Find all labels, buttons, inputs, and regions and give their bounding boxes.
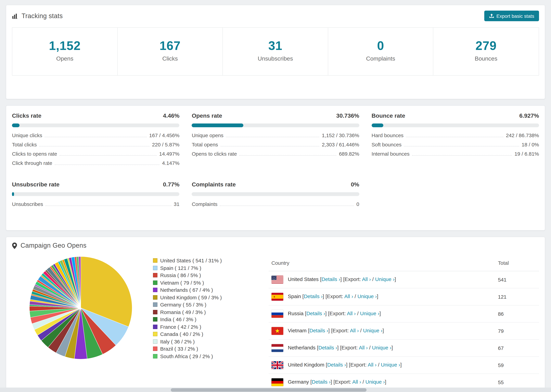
country-name: Germany: [288, 379, 311, 385]
bracket-close: ]: [379, 310, 381, 316]
dotted-leader: [406, 137, 503, 137]
dotted-leader: [45, 137, 147, 137]
rate-progress-fill: [192, 124, 243, 127]
gb-flag-icon: [271, 361, 283, 369]
legend-swatch: [153, 325, 157, 329]
country-name: United Kingdom: [288, 362, 326, 368]
export-unique-link[interactable]: Unique ›: [360, 310, 379, 316]
export-unique-link[interactable]: Unique ›: [372, 345, 391, 350]
export-label: Export:: [329, 310, 347, 316]
geo-table-header-total: Total: [495, 255, 539, 271]
country-name: Vietnam: [288, 328, 308, 333]
geo-total-cell: 59: [495, 357, 539, 374]
bracket-open: [: [311, 379, 312, 385]
dotted-leader: [55, 165, 160, 165]
rate-row-total-clicks: Total clicks220 / 5.87%: [12, 140, 179, 149]
rate-row-value: 2,303 / 61.446%: [322, 142, 359, 147]
rate-head: Unsubscribe rate0.77%: [12, 181, 179, 188]
rate-row-click-through-rate: Click through rate4.147%: [12, 158, 179, 168]
rate-head: Complaints rate0%: [192, 181, 359, 188]
rate-row-hard-bounces: Hard bounces242 / 86.738%: [372, 131, 539, 140]
export-all-link[interactable]: All ›: [347, 310, 356, 316]
country-name: Russia: [288, 310, 305, 316]
export-basic-stats-label: Export basic stats: [496, 13, 534, 19]
geo-total-cell: 86: [495, 305, 539, 322]
details-link[interactable]: Details ›: [327, 362, 346, 368]
geo-legend: United States ( 541 / 31% )Spain ( 121 /…: [153, 257, 253, 360]
legend-swatch: [153, 266, 157, 270]
rate-block-bounce-rate: Bounce rate6.927%Hard bounces242 / 86.73…: [372, 112, 539, 168]
vn-flag-icon: [271, 327, 283, 335]
legend-label: India ( 46 / 3% ): [160, 316, 197, 323]
details-link[interactable]: Details ›: [322, 276, 340, 282]
export-label: Export:: [327, 293, 345, 299]
bar-chart-icon: [12, 13, 18, 19]
details-link[interactable]: Details ›: [318, 345, 337, 350]
rate-row-soft-bounces: Soft bounces18 / 0%: [372, 140, 539, 149]
rate-progressbar: [12, 192, 179, 196]
export-all-link[interactable]: All ›: [359, 345, 368, 350]
horizontal-scrollbar[interactable]: [0, 388, 551, 392]
legend-label: Romania ( 49 / 3% ): [160, 308, 206, 316]
geo-table-row-netherlands: Netherlands [Details ›] [Export: All › /…: [269, 339, 539, 357]
legend-swatch: [153, 295, 157, 300]
stat-boxes: 1,152Opens167Clicks31Unsubscribes0Compla…: [12, 27, 539, 76]
bracket-close: ]: [391, 345, 393, 350]
export-all-link[interactable]: All ›: [362, 276, 371, 282]
export-all-link[interactable]: All ›: [352, 379, 361, 385]
dotted-leader: [220, 146, 319, 147]
geo-table: Country Total United States [Details ›] …: [269, 255, 539, 391]
export-label: Export:: [345, 276, 362, 282]
export-unique-link[interactable]: Unique ›: [381, 362, 400, 368]
export-all-link[interactable]: All ›: [368, 362, 377, 368]
legend-swatch: [153, 302, 157, 307]
legend-label: Brazil ( 33 / 2% ): [160, 345, 198, 352]
stat-value-complaints: 0: [328, 39, 433, 53]
geo-table-wrap: Country Total United States [Details ›] …: [269, 255, 539, 391]
dotted-leader: [412, 155, 512, 156]
rate-row-unique-clicks: Unique clicks167 / 4.456%: [12, 131, 179, 140]
geo-total-cell: 79: [495, 322, 539, 339]
details-link[interactable]: Details ›: [312, 379, 331, 385]
rate-row-value: 18 / 0%: [522, 142, 539, 147]
rate-block-complaints-rate: Complaints rate0%Complaints0: [192, 181, 359, 209]
geo-table-header-country: Country: [269, 255, 495, 271]
ru-flag-icon: [271, 310, 283, 318]
dotted-leader: [46, 206, 171, 206]
separator: /: [356, 310, 360, 316]
rate-row-label: Click through rate: [12, 160, 52, 166]
export-unique-link[interactable]: Unique ›: [357, 293, 377, 299]
geo-pie-chart: [28, 255, 134, 361]
stat-box-complaints: 0Complaints: [328, 28, 433, 75]
stat-box-opens: 1,152Opens: [12, 28, 118, 75]
us-flag-icon: [271, 276, 283, 284]
export-all-link[interactable]: All ›: [344, 293, 353, 299]
legend-item-brazil: Brazil ( 33 / 2% ): [153, 345, 253, 352]
rate-row-complaints: Complaints0: [192, 199, 359, 209]
separator: /: [361, 379, 366, 385]
rate-row-value: 167 / 4.456%: [149, 132, 179, 138]
legend-item-italy: Italy ( 36 / 2% ): [153, 338, 253, 345]
de-flag-icon: [271, 378, 283, 386]
legend-item-united-states: United States ( 541 / 31% ): [153, 257, 253, 264]
legend-swatch: [153, 259, 157, 263]
export-all-link[interactable]: All ›: [350, 328, 359, 333]
details-link[interactable]: Details ›: [306, 310, 325, 316]
legend-swatch: [153, 280, 157, 285]
geo-opens-card: Campaign Geo Opens United States ( 541 /…: [6, 237, 545, 392]
export-unique-link[interactable]: Unique ›: [375, 276, 395, 282]
export-unique-link[interactable]: Unique ›: [366, 379, 385, 385]
stat-value-unsubscribes: 31: [223, 39, 328, 53]
horizontal-scrollbar-thumb[interactable]: [171, 388, 366, 392]
export-unique-link[interactable]: Unique ›: [363, 328, 382, 333]
country-name: Netherlands: [288, 345, 317, 350]
legend-item-canada: Canada ( 40 / 2% ): [153, 330, 253, 338]
legend-item-south-africa: South Africa ( 29 / 2% ): [153, 352, 253, 360]
rate-title: Bounce rate: [372, 112, 405, 119]
export-basic-stats-button[interactable]: Export basic stats: [484, 11, 539, 21]
details-link[interactable]: Details ›: [304, 293, 323, 299]
legend-label: France ( 42 / 2% ): [160, 323, 201, 330]
details-link[interactable]: Details ›: [309, 328, 328, 333]
bracket-close: ]: [385, 379, 386, 385]
geo-country-cell: Netherlands [Details ›] [Export: All › /…: [269, 339, 495, 357]
